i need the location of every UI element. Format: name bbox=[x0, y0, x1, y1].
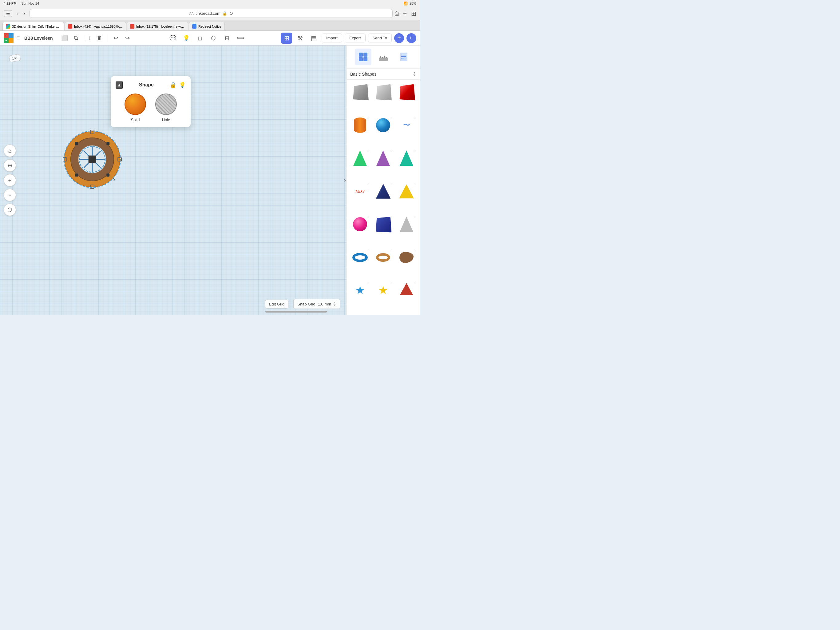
home-view-button[interactable]: ⌂ bbox=[4, 144, 16, 157]
layers-view-button[interactable]: ▤ bbox=[308, 33, 319, 44]
shape-item-red-box[interactable]: ☆ bbox=[396, 83, 417, 114]
sidebar-toggle-button[interactable]: ☰ bbox=[4, 10, 12, 17]
snap-up-arrow[interactable]: ▲ bbox=[333, 301, 336, 304]
favorite-icon[interactable]: ☆ bbox=[413, 215, 416, 219]
3d-object-container bbox=[62, 128, 123, 192]
build-view-button[interactable]: ⚒ bbox=[295, 33, 306, 44]
tab-google[interactable]: Redirect Notice bbox=[189, 22, 225, 30]
tab-overview-button[interactable]: ⊞ bbox=[411, 10, 416, 17]
favorite-icon[interactable]: ☆ bbox=[367, 281, 370, 285]
tinkercad-tab-icon bbox=[6, 24, 10, 28]
light-tool-button[interactable]: 💡 bbox=[181, 33, 192, 44]
shape-item-yellow-pyr[interactable]: ☆ bbox=[396, 182, 417, 213]
tab-gmail1[interactable]: Inbox (424) - vaanya.11590@isboman.com bbox=[65, 22, 126, 30]
shape-item-navy-prism[interactable]: ☆ bbox=[373, 182, 394, 213]
shape-options: Solid Hole bbox=[115, 93, 186, 122]
favorite-icon[interactable]: ☆ bbox=[413, 182, 416, 186]
shape-tool-button[interactable]: ◻ bbox=[194, 33, 205, 44]
favorite-icon[interactable]: ☆ bbox=[413, 116, 416, 120]
favorite-icon[interactable]: ☆ bbox=[367, 182, 370, 186]
back-button[interactable]: ‹ bbox=[15, 9, 20, 17]
lock-icon[interactable]: 🔒 bbox=[170, 82, 177, 88]
shape-item-red-gem[interactable]: ☆ bbox=[396, 281, 417, 312]
shape-item-wavy[interactable]: ☆ 〜 bbox=[396, 116, 417, 147]
shape-item-blue-star[interactable]: ☆ ★ bbox=[350, 281, 371, 312]
copy-button[interactable]: ⧉ bbox=[71, 33, 81, 43]
snap-down-arrow[interactable]: ▼ bbox=[333, 304, 336, 307]
new-shape-button[interactable]: ⬜ bbox=[60, 33, 69, 43]
shape-item-pink-sphere[interactable]: ☆ bbox=[350, 215, 371, 246]
shape-item-purple-cone[interactable]: ☆ bbox=[373, 149, 394, 180]
zoom-in-button[interactable]: ＋ bbox=[4, 174, 16, 187]
browser-actions: ⎙ ＋ ⊞ bbox=[395, 9, 416, 17]
shape-item-brown-torus[interactable]: ☆ bbox=[373, 248, 394, 279]
shape-panel-title: Shape bbox=[139, 82, 154, 88]
shape-item-blue-sphere[interactable]: ☆ bbox=[373, 116, 394, 147]
mirror-tool-button[interactable]: ⬡ bbox=[208, 33, 219, 44]
shape-item-brown-blob[interactable]: ☆ bbox=[396, 248, 417, 279]
favorite-icon[interactable]: ☆ bbox=[390, 248, 393, 252]
snap-grid-label: Snap Grid bbox=[297, 302, 316, 306]
toolbar-actions: ⬜ ⧉ ❐ 🗑 ↩ ↪ bbox=[60, 33, 133, 43]
edit-grid-button[interactable]: Edit Grid bbox=[265, 300, 289, 309]
shape-item-silver-cone[interactable]: ☆ bbox=[396, 215, 417, 246]
shape-item-blue-torus[interactable]: ☆ bbox=[350, 248, 371, 279]
snap-stepper[interactable]: ▲ ▼ bbox=[333, 301, 336, 307]
shape-item-navy-cube[interactable]: ☆ bbox=[373, 215, 394, 246]
tab-tinkercad[interactable]: 3D design Shiny Crift | Tinkercad bbox=[2, 22, 64, 30]
shape-item-teal-cone[interactable]: ☆ bbox=[396, 149, 417, 180]
shape-item-silver-box[interactable]: ☆ bbox=[373, 83, 394, 114]
favorite-icon[interactable]: ☆ bbox=[413, 248, 416, 252]
shape-item-gold-star[interactable]: ☆ ★ bbox=[373, 281, 394, 312]
favorite-icon[interactable]: ☆ bbox=[367, 215, 370, 219]
share-button[interactable]: ⎙ bbox=[395, 10, 399, 17]
ruler-view-icon-button[interactable] bbox=[375, 49, 392, 65]
favorite-icon[interactable]: ☆ bbox=[413, 281, 416, 285]
address-bar[interactable]: AA tinkercad.com 🔒 ↻ bbox=[30, 9, 393, 18]
app-menu-button[interactable]: ☰ bbox=[17, 36, 20, 40]
shape-item-red-text[interactable]: ☆ TEXT bbox=[350, 182, 371, 213]
import-button[interactable]: Import bbox=[322, 33, 342, 43]
comment-tool-button[interactable]: 💬 bbox=[167, 33, 178, 44]
flip-tool-button[interactable]: ⟺ bbox=[235, 33, 246, 44]
teal-cone-thumb bbox=[400, 150, 413, 166]
duplicate-button[interactable]: ❐ bbox=[83, 33, 93, 43]
favorite-icon[interactable]: ☆ bbox=[390, 149, 393, 153]
shape-item-orange-cylinder[interactable]: ☆ bbox=[350, 116, 371, 147]
scroll-right-indicator[interactable]: › bbox=[344, 176, 346, 185]
delete-button[interactable]: 🗑 bbox=[95, 33, 104, 43]
favorite-icon[interactable]: ☆ bbox=[413, 149, 416, 153]
favorite-icon[interactable]: ☆ bbox=[367, 116, 370, 120]
export-button[interactable]: Export bbox=[345, 33, 366, 43]
fit-view-button[interactable]: ⊕ bbox=[4, 159, 16, 172]
favorite-icon[interactable]: ☆ bbox=[367, 248, 370, 252]
perspective-button[interactable]: ⬡ bbox=[4, 204, 16, 216]
grid-view-icon-button[interactable] bbox=[355, 49, 371, 65]
info-icon[interactable]: 💡 bbox=[179, 82, 186, 88]
shape-item-green-cone[interactable]: ☆ bbox=[350, 149, 371, 180]
tab-gmail2[interactable]: Inbox (12,175) - loveleen.relwani@gmail.… bbox=[127, 22, 188, 30]
shapes-grid: ☆ ☆ ☆ ☆ ☆ bbox=[346, 80, 420, 315]
zoom-out-button[interactable]: － bbox=[4, 189, 16, 201]
grid-view-button[interactable]: ⊞ bbox=[281, 33, 292, 44]
redo-button[interactable]: ↪ bbox=[123, 33, 133, 43]
undo-button[interactable]: ↩ bbox=[111, 33, 121, 43]
reload-button[interactable]: ↻ bbox=[229, 11, 233, 16]
canvas-area[interactable]: 101 ⌂ ⊕ ＋ － ⬡ bbox=[0, 46, 346, 315]
bottom-controls: Edit Grid Snap Grid 1.0 mm ▲ ▼ bbox=[265, 299, 340, 309]
add-user-button[interactable]: + bbox=[394, 33, 404, 43]
align-tool-button[interactable]: ⊟ bbox=[221, 33, 232, 44]
send-to-button[interactable]: Send To bbox=[368, 33, 392, 43]
shapes-category-dropdown[interactable]: Basic Shapes ⇕ bbox=[346, 69, 420, 80]
notes-view-icon-button[interactable] bbox=[395, 49, 412, 65]
favorite-icon[interactable]: ☆ bbox=[367, 149, 370, 153]
new-tab-button[interactable]: ＋ bbox=[402, 9, 408, 17]
hole-shape-option[interactable]: Hole bbox=[155, 93, 177, 122]
favorite-icon[interactable]: ☆ bbox=[390, 281, 393, 285]
favorite-icon[interactable]: ☆ bbox=[390, 116, 393, 120]
solid-shape-option[interactable]: Solid bbox=[125, 93, 146, 122]
shape-item-gray-box[interactable]: ☆ bbox=[350, 83, 371, 114]
favorite-icon[interactable]: ☆ bbox=[390, 182, 393, 186]
shape-panel-collapse-button[interactable]: ▲ bbox=[115, 81, 123, 89]
forward-button[interactable]: › bbox=[22, 9, 27, 17]
